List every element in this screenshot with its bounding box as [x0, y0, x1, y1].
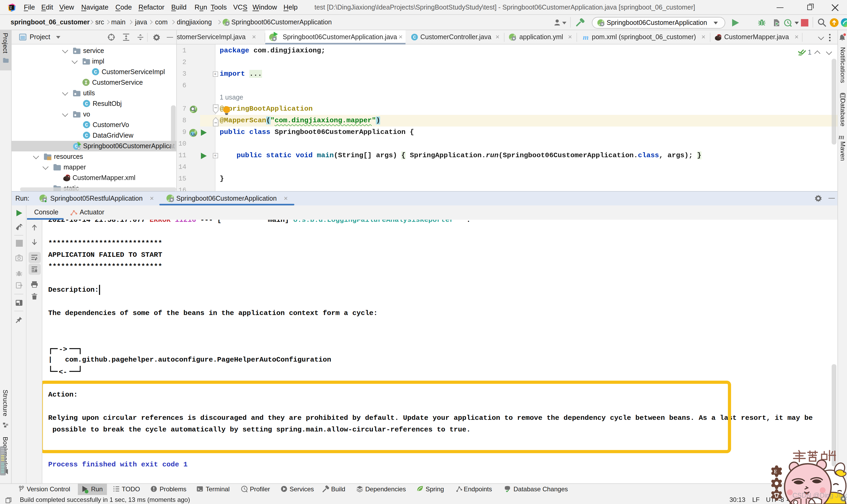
svg-text:->: -> [59, 345, 67, 353]
svg-text:<-: <- [59, 368, 67, 376]
svg-text:IJ: IJ [10, 5, 12, 8]
svg-text:E: E [774, 469, 777, 474]
